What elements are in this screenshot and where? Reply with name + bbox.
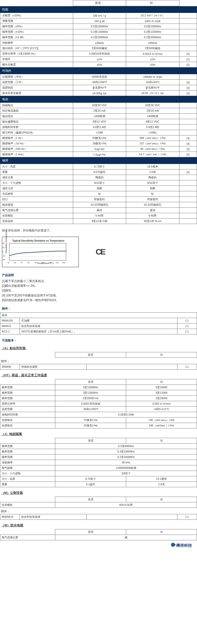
spec-note	[179, 197, 197, 202]
spec-note	[179, 108, 197, 114]
spec-label: 电连接器	[0, 202, 73, 208]
spec-si: ≥35kHz	[126, 40, 179, 46]
note-item: [4] 200°F至250°F的数据仅适用于HT选项。	[2, 293, 197, 298]
spec-en: 60微克/√Hz	[73, 136, 126, 141]
spec-si: 157（um/ sec₂）/√Hz	[126, 141, 179, 146]
spec-en: -65到+200°F	[73, 80, 126, 85]
spec-label: 大小 - 高度	[0, 164, 73, 170]
note-item: [5]详细信息请参见PCB一致性声明PS023。	[2, 298, 197, 303]
spec-note	[179, 40, 197, 46]
note-item: [3]典型。	[2, 288, 197, 293]
footer-text: 樽祥科技	[176, 543, 192, 548]
chart-ylabel: Sensitivity Deviation(%)	[5, 250, 7, 253]
spec-note	[179, 208, 197, 213]
spec-en: ±50 g pk	[73, 18, 126, 24]
room-temp-note: 除非另有说明，所有规格均在室温下。	[2, 228, 197, 233]
spec-en: 焊接密封	[73, 197, 126, 202]
option-ht-table: 英语SI 频率范围5至10000Hz5至10000频率范围3至12000Hz3至…	[0, 379, 197, 428]
spec-en: 0.070盎司	[73, 170, 126, 175]
section-header: 性能	[0, 6, 197, 13]
spec-note: [3]	[179, 141, 197, 146]
option-a-title: （A）粘合剂安装	[1, 346, 197, 350]
acc-id: 080A15	[0, 323, 20, 329]
spec-label: 频谱噪声（100 Hz）	[0, 146, 73, 152]
spec-note: [3]	[179, 152, 197, 157]
spec-en: 0.73英寸	[73, 164, 126, 170]
spec-note	[179, 46, 197, 51]
option-j-table: 英语SI 频率范围0.5至8000Hz频率范围0.3至10000Hz频率范围0.…	[0, 438, 197, 487]
spec-en: 0.3至12000Hz	[73, 29, 126, 35]
spec-label: 频率范围（±5%）	[0, 24, 73, 29]
spec-si: 8至12 VDC	[126, 119, 179, 124]
spec-note	[179, 29, 197, 35]
spec-si: 剪断	[126, 186, 179, 191]
spec-label: 恒定电流激励	[0, 108, 73, 114]
spec-label: 输出偏置电压	[0, 119, 73, 124]
spec-en: 1.5µg/√Hz	[73, 152, 126, 157]
spec-note	[179, 202, 197, 208]
sensitivity-chart: Typical Sensitivity Deviation vs Tempera…	[2, 237, 79, 267]
accessories-table: 提供 080A109石油螺（1）080A15粘合剂安装底座（1）ACS-1NIS…	[0, 312, 197, 334]
spec-label: 宽带分辨率（1至10000 Hz）	[0, 51, 73, 56]
spec-note	[179, 130, 197, 136]
spec-label: 频率范围（±10%）	[0, 29, 73, 35]
spec-note	[179, 13, 197, 18]
spec-note	[179, 124, 197, 130]
spec-label: 安装螺纹	[0, 213, 73, 218]
spec-label: 频谱噪声（10 Hz）	[0, 141, 73, 146]
spec-note	[179, 191, 197, 197]
spec-note: [3]	[179, 136, 197, 141]
options-title: 可选版本：	[2, 338, 197, 342]
logo-icon	[170, 542, 176, 548]
spec-en: 18至30 VDC	[73, 103, 126, 108]
spec-note: [1]	[179, 56, 197, 62]
spec-si: 陶瓷的	[126, 175, 179, 180]
spec-note	[179, 24, 197, 29]
spec-label: 非线性	[0, 56, 73, 62]
option-j-title: （J）地面隔离	[1, 432, 197, 436]
spec-label: 壳层材料	[0, 191, 73, 197]
spec-en: 2至20 mA	[73, 108, 126, 114]
spec-note	[179, 74, 197, 80]
spec-si: 最佳	[126, 208, 179, 213]
acc-id: ACS-1	[0, 329, 20, 334]
spec-label: 电气连接位置	[0, 208, 73, 213]
spec-label: 重量	[0, 170, 73, 175]
chart-xlabel: Temperature (°F)	[15, 262, 76, 264]
spec-en: 10-32同轴插孔	[73, 202, 126, 208]
acc-desc: 粘合剂安装底座	[20, 323, 177, 329]
spec-si: 10.2 mV /（m / s²）	[126, 13, 179, 18]
spec-note	[179, 218, 197, 224]
spec-label: 谐振频率	[0, 40, 73, 46]
spec-en: 100 mV / g	[73, 13, 126, 18]
col-si: SI：	[126, 0, 180, 6]
notes-title: 产品说明	[2, 273, 197, 277]
spec-si: ±49050 m /s²pk	[126, 74, 179, 80]
spec-label: 横向灵敏度	[0, 62, 73, 68]
spec-label: 输出阻抗	[0, 114, 73, 119]
spec-en: <10秒	[73, 130, 126, 136]
spec-si: 49（um/ sec₂）/√Hz	[126, 146, 179, 152]
spec-si: ≤300欧姆	[126, 114, 179, 119]
spec-label: 相位响应（±5°）[70°F [21°C]]	[0, 46, 73, 51]
acc-desc: NIST可追溯的振响应（10 Hz至上限5%处）。	[20, 329, 177, 334]
spec-note	[179, 35, 197, 40]
spec-en: 9/32英寸	[73, 180, 126, 186]
spec-si: ±491 m /s²pk	[126, 18, 179, 24]
option-a-table: 英语SI	[0, 352, 197, 358]
option-m-table: 英语SI 安装螺纹M3×0.50男	[0, 497, 197, 508]
spec-si: 5-40男	[126, 213, 179, 218]
spec-label: 灵敏度（±10%）	[0, 13, 73, 18]
spec-en: 钛	[73, 191, 126, 197]
spec-en: ≥35kHz	[73, 40, 126, 46]
spec-en: 0.2至20000Hz	[73, 35, 126, 40]
spec-si: 2.0克	[126, 170, 179, 175]
option-m-title: （M）公制安装	[1, 491, 197, 495]
spec-label: 频率范围（±3 dB）	[0, 35, 73, 40]
spec-label: 温度响应	[0, 85, 73, 90]
spec-en: 最佳	[73, 208, 126, 213]
note-item: [2]横向灵敏度通常<= 3%。	[2, 284, 197, 288]
spec-en: ±5000克包装	[73, 74, 126, 80]
spec-note: [2]	[179, 62, 197, 68]
spec-label: 测量范围	[0, 18, 73, 24]
